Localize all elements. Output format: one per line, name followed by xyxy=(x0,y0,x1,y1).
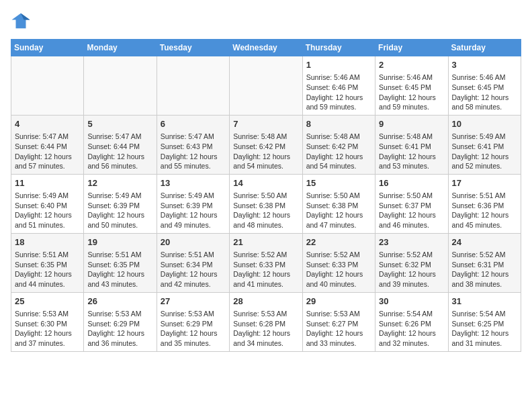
day-number: 22 xyxy=(306,236,371,248)
day-number: 1 xyxy=(306,59,371,71)
day-info: Sunrise: 5:46 AMSunset: 6:45 PMDaylight:… xyxy=(379,73,444,112)
day-info: Sunrise: 5:51 AMSunset: 6:35 PMDaylight:… xyxy=(87,250,152,289)
calendar-cell: 19Sunrise: 5:51 AMSunset: 6:35 PMDayligh… xyxy=(84,233,157,292)
day-info: Sunrise: 5:52 AMSunset: 6:31 PMDaylight:… xyxy=(452,250,517,289)
logo xyxy=(11,11,34,31)
day-info: Sunrise: 5:46 AMSunset: 6:46 PMDaylight:… xyxy=(306,73,371,112)
calendar-cell: 9Sunrise: 5:48 AMSunset: 6:41 PMDaylight… xyxy=(375,115,448,174)
day-info: Sunrise: 5:52 AMSunset: 6:33 PMDaylight:… xyxy=(233,250,298,289)
calendar-cell: 29Sunrise: 5:53 AMSunset: 6:27 PMDayligh… xyxy=(302,292,375,351)
day-number: 20 xyxy=(161,236,226,248)
day-number: 26 xyxy=(87,295,152,308)
calendar-cell: 16Sunrise: 5:50 AMSunset: 6:37 PMDayligh… xyxy=(375,174,448,233)
day-number: 21 xyxy=(233,236,298,248)
day-info: Sunrise: 5:46 AMSunset: 6:45 PMDaylight:… xyxy=(452,73,517,112)
calendar-week-row: 4Sunrise: 5:47 AMSunset: 6:44 PMDaylight… xyxy=(11,115,521,174)
day-number: 14 xyxy=(233,177,298,189)
calendar-cell: 23Sunrise: 5:52 AMSunset: 6:32 PMDayligh… xyxy=(375,233,448,292)
day-header-wednesday: Wednesday xyxy=(230,40,302,56)
calendar-cell: 14Sunrise: 5:50 AMSunset: 6:38 PMDayligh… xyxy=(230,174,302,233)
day-number: 28 xyxy=(233,295,298,308)
day-number: 30 xyxy=(379,295,444,308)
day-info: Sunrise: 5:51 AMSunset: 6:34 PMDaylight:… xyxy=(161,250,226,289)
day-info: Sunrise: 5:51 AMSunset: 6:36 PMDaylight:… xyxy=(452,191,517,230)
calendar-cell: 12Sunrise: 5:49 AMSunset: 6:39 PMDayligh… xyxy=(84,174,157,233)
day-header-sunday: Sunday xyxy=(11,40,84,56)
calendar-week-row: 1Sunrise: 5:46 AMSunset: 6:46 PMDaylight… xyxy=(11,56,521,116)
day-info: Sunrise: 5:49 AMSunset: 6:39 PMDaylight:… xyxy=(87,191,152,230)
day-number: 15 xyxy=(306,177,371,189)
day-info: Sunrise: 5:53 AMSunset: 6:30 PMDaylight:… xyxy=(15,309,80,349)
day-info: Sunrise: 5:47 AMSunset: 6:43 PMDaylight:… xyxy=(161,132,226,171)
svg-marker-0 xyxy=(12,13,30,29)
day-number: 27 xyxy=(161,295,226,308)
calendar-cell: 24Sunrise: 5:52 AMSunset: 6:31 PMDayligh… xyxy=(448,233,521,292)
calendar-cell: 2Sunrise: 5:46 AMSunset: 6:45 PMDaylight… xyxy=(375,56,448,116)
day-info: Sunrise: 5:47 AMSunset: 6:44 PMDaylight:… xyxy=(87,132,152,171)
day-number: 10 xyxy=(452,118,517,130)
calendar-cell: 26Sunrise: 5:53 AMSunset: 6:29 PMDayligh… xyxy=(84,292,157,351)
day-info: Sunrise: 5:50 AMSunset: 6:38 PMDaylight:… xyxy=(233,191,298,230)
logo-icon xyxy=(11,11,31,31)
calendar-cell: 18Sunrise: 5:51 AMSunset: 6:35 PMDayligh… xyxy=(11,233,84,292)
calendar-cell: 21Sunrise: 5:52 AMSunset: 6:33 PMDayligh… xyxy=(230,233,302,292)
day-info: Sunrise: 5:49 AMSunset: 6:39 PMDaylight:… xyxy=(161,191,226,230)
day-info: Sunrise: 5:48 AMSunset: 6:42 PMDaylight:… xyxy=(233,132,298,171)
day-number: 5 xyxy=(87,118,152,130)
day-info: Sunrise: 5:50 AMSunset: 6:38 PMDaylight:… xyxy=(306,191,371,230)
calendar-header-row: SundayMondayTuesdayWednesdayThursdayFrid… xyxy=(11,40,521,56)
calendar-cell xyxy=(157,56,229,116)
day-number: 8 xyxy=(306,118,371,130)
page-header xyxy=(11,11,521,31)
day-info: Sunrise: 5:48 AMSunset: 6:42 PMDaylight:… xyxy=(306,132,371,171)
day-info: Sunrise: 5:53 AMSunset: 6:29 PMDaylight:… xyxy=(87,309,152,349)
day-header-monday: Monday xyxy=(84,40,157,56)
calendar-cell xyxy=(230,56,302,116)
day-number: 11 xyxy=(15,177,80,189)
day-info: Sunrise: 5:53 AMSunset: 6:28 PMDaylight:… xyxy=(233,309,298,349)
calendar-cell: 25Sunrise: 5:53 AMSunset: 6:30 PMDayligh… xyxy=(11,292,84,351)
day-number: 25 xyxy=(15,295,80,308)
day-number: 18 xyxy=(15,236,80,248)
calendar-cell: 11Sunrise: 5:49 AMSunset: 6:40 PMDayligh… xyxy=(11,174,84,233)
day-info: Sunrise: 5:50 AMSunset: 6:37 PMDaylight:… xyxy=(379,191,444,230)
calendar-cell xyxy=(11,56,84,116)
day-info: Sunrise: 5:49 AMSunset: 6:40 PMDaylight:… xyxy=(15,191,80,230)
day-number: 12 xyxy=(87,177,152,189)
day-number: 13 xyxy=(161,177,226,189)
day-number: 19 xyxy=(87,236,152,248)
calendar-cell: 27Sunrise: 5:53 AMSunset: 6:29 PMDayligh… xyxy=(157,292,229,351)
calendar-cell: 10Sunrise: 5:49 AMSunset: 6:41 PMDayligh… xyxy=(448,115,521,174)
day-info: Sunrise: 5:51 AMSunset: 6:35 PMDaylight:… xyxy=(15,250,80,289)
day-info: Sunrise: 5:54 AMSunset: 6:26 PMDaylight:… xyxy=(379,309,444,349)
calendar-cell: 30Sunrise: 5:54 AMSunset: 6:26 PMDayligh… xyxy=(375,292,448,351)
day-number: 2 xyxy=(379,59,444,71)
calendar-cell: 7Sunrise: 5:48 AMSunset: 6:42 PMDaylight… xyxy=(230,115,302,174)
day-number: 4 xyxy=(15,118,80,130)
calendar-cell: 17Sunrise: 5:51 AMSunset: 6:36 PMDayligh… xyxy=(448,174,521,233)
day-number: 24 xyxy=(452,236,517,248)
calendar-week-row: 11Sunrise: 5:49 AMSunset: 6:40 PMDayligh… xyxy=(11,174,521,233)
calendar-week-row: 25Sunrise: 5:53 AMSunset: 6:30 PMDayligh… xyxy=(11,292,521,351)
calendar-cell: 15Sunrise: 5:50 AMSunset: 6:38 PMDayligh… xyxy=(302,174,375,233)
day-info: Sunrise: 5:53 AMSunset: 6:27 PMDaylight:… xyxy=(306,309,371,349)
day-header-tuesday: Tuesday xyxy=(157,40,229,56)
day-info: Sunrise: 5:53 AMSunset: 6:29 PMDaylight:… xyxy=(161,309,226,349)
day-number: 6 xyxy=(161,118,226,130)
day-number: 7 xyxy=(233,118,298,130)
day-info: Sunrise: 5:52 AMSunset: 6:33 PMDaylight:… xyxy=(306,250,371,289)
day-number: 3 xyxy=(452,59,517,71)
calendar-cell: 31Sunrise: 5:54 AMSunset: 6:25 PMDayligh… xyxy=(448,292,521,351)
calendar-cell: 28Sunrise: 5:53 AMSunset: 6:28 PMDayligh… xyxy=(230,292,302,351)
day-number: 29 xyxy=(306,295,371,308)
day-info: Sunrise: 5:48 AMSunset: 6:41 PMDaylight:… xyxy=(379,132,444,171)
calendar-table: SundayMondayTuesdayWednesdayThursdayFrid… xyxy=(11,39,521,352)
day-header-saturday: Saturday xyxy=(448,40,521,56)
calendar-cell: 8Sunrise: 5:48 AMSunset: 6:42 PMDaylight… xyxy=(302,115,375,174)
calendar-cell: 20Sunrise: 5:51 AMSunset: 6:34 PMDayligh… xyxy=(157,233,229,292)
calendar-cell: 6Sunrise: 5:47 AMSunset: 6:43 PMDaylight… xyxy=(157,115,229,174)
day-number: 31 xyxy=(452,295,517,308)
day-info: Sunrise: 5:52 AMSunset: 6:32 PMDaylight:… xyxy=(379,250,444,289)
day-number: 23 xyxy=(379,236,444,248)
day-header-thursday: Thursday xyxy=(302,40,375,56)
